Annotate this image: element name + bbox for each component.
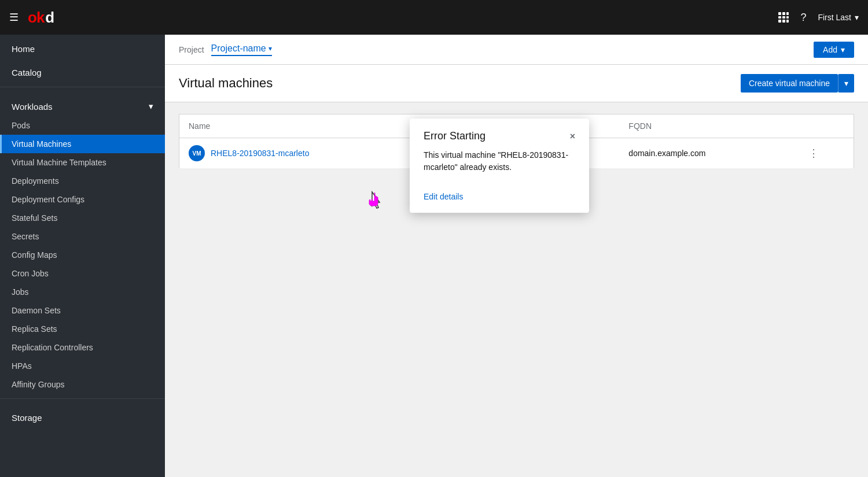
popup-actions: Edit details (410, 185, 589, 213)
sidebar-item-pods[interactable]: Pods (0, 116, 165, 135)
vm-cell-empty (584, 138, 619, 169)
grid-icon (778, 12, 789, 23)
vm-actions-cell: ⋮ (799, 138, 854, 169)
logo: ok d (28, 9, 54, 27)
add-button-arrow: ▾ (841, 45, 845, 54)
sidebar-item-replica-sets[interactable]: Replica Sets (0, 320, 165, 338)
logo-okd-text: ok (28, 9, 44, 27)
content-area: Project Project-name ▾ Add ▾ Virtual mac… (165, 35, 868, 477)
sidebar-item-stateful-sets[interactable]: Stateful Sets (0, 209, 165, 227)
popup-body: This virtual machine "RHEL8-20190831-mca… (410, 149, 589, 185)
popup-title: Error Starting (424, 130, 486, 142)
logo-d-text: d (45, 9, 54, 27)
sidebar-item-deployment-configs[interactable]: Deployment Configs (0, 190, 165, 209)
project-bar: Project Project-name ▾ Add ▾ (165, 35, 868, 65)
vm-icon: VM (189, 145, 205, 161)
edit-details-link[interactable]: Edit details (424, 192, 463, 201)
create-button-dropdown-arrow: ▾ (844, 79, 848, 88)
popup-message: This virtual machine "RHEL8-20190831-mca… (424, 150, 568, 172)
sidebar-item-hpas[interactable]: HPAs (0, 357, 165, 375)
vm-icon-label: VM (193, 150, 201, 157)
project-name: Project-name (211, 43, 266, 54)
add-button[interactable]: Add ▾ (814, 42, 854, 58)
popup-close-button[interactable]: × (570, 131, 575, 142)
create-virtual-machine-dropdown[interactable]: ▾ (838, 74, 854, 93)
sidebar-item-jobs[interactable]: Jobs (0, 283, 165, 301)
user-name: First Last (818, 13, 851, 22)
vm-fqdn: domain.example.com (628, 149, 705, 158)
sidebar-workloads-arrow: ▾ (149, 101, 153, 112)
sidebar-item-virtual-machines[interactable]: Virtual Machines (0, 135, 165, 153)
vm-name-link[interactable]: RHEL8-20190831-mcarleto (211, 149, 309, 158)
sidebar-item-cron-jobs[interactable]: Cron Jobs (0, 264, 165, 283)
create-button-label: Create virtual machine (749, 79, 830, 88)
sidebar-home[interactable]: Home (0, 35, 165, 58)
sidebar-item-config-maps[interactable]: Config Maps (0, 246, 165, 264)
help-icon-button[interactable]: ? (800, 12, 806, 24)
popup-header: Error Starting × (410, 119, 589, 149)
project-selector[interactable]: Project-name ▾ (211, 43, 272, 56)
vm-name-cell: VM RHEL8-20190831-mcarleto (179, 138, 442, 169)
sidebar-item-virtual-machine-templates[interactable]: Virtual Machine Templates (0, 153, 165, 172)
project-selector-arrow: ▾ (269, 45, 272, 53)
user-menu[interactable]: First Last ▾ (818, 13, 859, 22)
sidebar-item-daemon-sets[interactable]: Daemon Sets (0, 301, 165, 320)
col-name: Name (179, 114, 442, 138)
page-title: Virtual machines (179, 76, 273, 91)
sidebar-item-deployments[interactable]: Deployments (0, 172, 165, 190)
sidebar-item-replication-controllers[interactable]: Replication Controllers (0, 338, 165, 357)
col-actions (799, 114, 854, 138)
sidebar-item-secrets[interactable]: Secrets (0, 227, 165, 246)
project-label: Project (179, 45, 204, 54)
col-empty1 (584, 114, 619, 138)
waffle-icon-button[interactable] (778, 12, 789, 23)
row-kebab-menu[interactable]: ⋮ (808, 147, 819, 159)
vm-fqdn-cell: domain.example.com (619, 138, 799, 169)
sidebar: Home Catalog Workloads ▾ Pods Virtual Ma… (0, 35, 165, 477)
add-button-label: Add (823, 45, 837, 54)
hamburger-menu[interactable]: ☰ (9, 11, 19, 24)
sidebar-catalog[interactable]: Catalog (0, 58, 165, 82)
page-header: Virtual machines Create virtual machine … (165, 65, 868, 102)
create-virtual-machine-button[interactable]: Create virtual machine (741, 74, 838, 93)
top-navigation: ☰ ok d ? First Last ▾ (0, 0, 868, 35)
sidebar-workloads-header[interactable]: Workloads ▾ (0, 92, 165, 116)
nav-icons: ? First Last ▾ (778, 12, 859, 24)
sidebar-storage[interactable]: Storage (0, 404, 165, 427)
user-menu-arrow: ▾ (855, 13, 859, 22)
error-popup-dialog: Error Starting × This virtual machine "R… (410, 119, 589, 213)
sidebar-item-affinity-groups[interactable]: Affinity Groups (0, 375, 165, 394)
col-fqdn: FQDN (619, 114, 799, 138)
sidebar-workloads-label: Workloads (12, 102, 53, 112)
